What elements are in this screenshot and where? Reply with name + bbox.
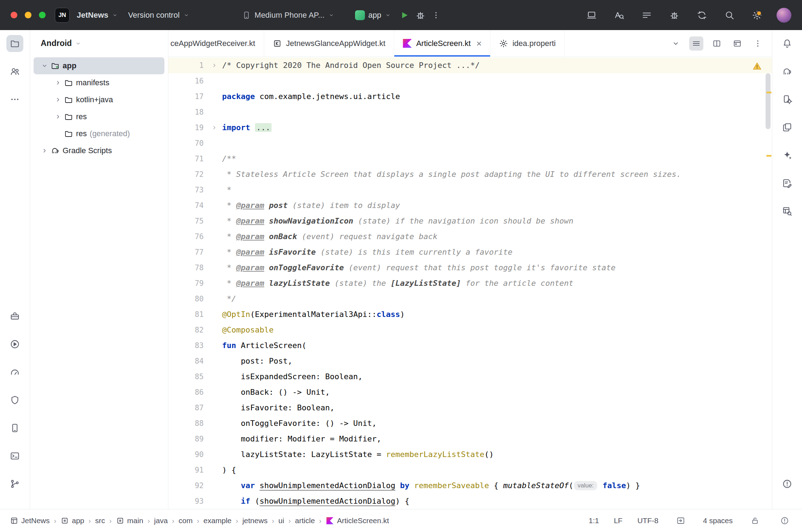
unlock-button[interactable] [748,513,762,528]
layout-inspector-toolwindow-button[interactable] [779,203,796,220]
code-line-85[interactable]: 85 isExpandedScreen: Boolean, [168,369,772,384]
code-line-70[interactable]: 70 [168,135,772,151]
close-tab-icon[interactable]: × [476,39,482,48]
chevron-down-icon[interactable] [39,62,51,70]
inspections-button[interactable] [777,513,792,528]
search-everywhere-button[interactable] [721,7,738,23]
version-control-toolwindow-button[interactable] [6,475,23,492]
tree-item-app[interactable]: app [34,57,164,74]
tree-item-manifests[interactable]: manifests [34,74,164,91]
run-config-selector[interactable]: app [350,7,396,24]
code-line-72[interactable]: 72 * Stateless Article Screen that displ… [168,167,772,182]
code-line-16[interactable]: 16 [168,73,772,89]
code-line-75[interactable]: 75 * @param showNavigationIcon (state) i… [168,213,772,229]
bug-report-button[interactable] [666,7,682,23]
chevron-right-icon[interactable] [52,79,64,87]
running-devices-toolwindow-button[interactable] [779,175,796,192]
code-line-79[interactable]: 79 * @param lazyListState (state) the [L… [168,276,772,291]
gemini-toolwindow-button[interactable] [779,147,796,164]
vcs-menu[interactable]: Version control [123,7,194,23]
minimize-button[interactable] [25,12,31,18]
close-button[interactable] [11,12,17,18]
editor-scrollbar[interactable] [766,73,771,129]
problems-toolwindow-button[interactable] [779,475,796,492]
tree-item-kotlin-java[interactable]: kotlin+java [34,91,164,108]
more-tool-windows-toolwindow-button[interactable] [6,91,23,108]
code-line-81[interactable]: 81@OptIn(ExperimentalMaterial3Api::class… [168,307,772,322]
editor-options-button[interactable] [751,36,765,51]
profiler-toolwindow-button[interactable] [6,364,23,381]
tree-item-res[interactable]: res [34,108,164,125]
breadcrumb-app[interactable]: app [60,516,84,525]
avatar[interactable] [777,8,791,23]
build-toolwindow-button[interactable] [6,308,23,325]
code-line-1[interactable]: 1/* Copyright 2020 The Android Open Sour… [168,58,772,73]
breadcrumb-java[interactable]: java [154,516,168,525]
sync-project-button[interactable] [694,7,710,23]
breadcrumb-articlescreen-kt[interactable]: ArticleScreen.kt [326,516,389,525]
inspections-warning-icon[interactable] [752,61,762,71]
chevron-right-icon[interactable] [39,147,51,155]
device-manager-toolwindow-button[interactable] [779,91,796,108]
breadcrumb-src[interactable]: src [95,516,105,525]
breadcrumb-example[interactable]: example [203,516,231,525]
chevron-right-icon[interactable] [52,96,64,104]
editor-preview-button[interactable] [730,36,744,51]
tree-item-res[interactable]: res(generated) [34,125,164,142]
fold-chevron-icon[interactable] [207,58,222,73]
tab-list-button[interactable] [689,36,703,51]
code-line-19[interactable]: 19import ... [168,120,772,135]
settings-button[interactable] [749,7,765,23]
run-button[interactable] [396,7,412,23]
notifications-toolwindow-button[interactable] [779,35,796,52]
terminal-toolwindow-button[interactable] [6,447,23,464]
file-encoding[interactable]: UTF-8 [637,516,658,525]
device-explorer-toolwindow-button[interactable] [6,420,23,436]
code-line-17[interactable]: 17package com.example.jetnews.ui.article [168,89,772,104]
editor-tab-jetnewsglanceappwidget-kt[interactable]: JetnewsGlanceAppWidget.kt [264,30,394,57]
code-line-88[interactable]: 88 onToggleFavorite: () -> Unit, [168,416,772,431]
chevron-right-icon[interactable] [52,113,64,121]
code-line-93[interactable]: 93 if (showUnimplementedActionDialog) { [168,493,772,509]
breadcrumb-main[interactable]: main [116,516,144,525]
project-menu[interactable]: JetNews [72,7,123,23]
code-editor[interactable]: 1/* Copyright 2020 The Android Open Sour… [168,57,772,509]
task-list-button[interactable] [639,7,655,23]
code-line-78[interactable]: 78 * @param onToggleFavorite (event) req… [168,260,772,276]
device-mirroring-button[interactable] [583,7,600,23]
code-line-83[interactable]: 83fun ArticleScreen( [168,338,772,353]
indent-button[interactable] [673,513,688,528]
code-line-76[interactable]: 76 * @param onBack (event) request navig… [168,229,772,244]
zoom-button[interactable] [39,12,46,18]
run-more-button[interactable] [429,8,443,23]
hidden-tabs-button[interactable] [669,36,683,51]
code-line-90[interactable]: 90 lazyListState: LazyListState = rememb… [168,447,772,462]
project-view-toolwindow-button[interactable] [6,35,23,52]
run-tool-toolwindow-button[interactable] [6,336,23,353]
inspect-code-button[interactable] [611,7,627,23]
code-line-92[interactable]: 92 var showUnimplementedActionDialog by … [168,478,772,493]
collab-toolwindow-button[interactable] [6,63,23,80]
breadcrumb-ui[interactable]: ui [278,516,284,525]
build-variants-toolwindow-button[interactable] [779,119,796,136]
code-line-77[interactable]: 77 * @param isFavorite (state) is this i… [168,244,772,260]
editor-tab-articlescreen-kt[interactable]: ArticleScreen.kt× [394,30,490,57]
breadcrumb-com[interactable]: com [179,516,193,525]
code-line-89[interactable]: 89 modifier: Modifier = Modifier, [168,431,772,447]
code-line-18[interactable]: 18 [168,104,772,120]
project-view-selector[interactable]: Android [30,30,168,57]
device-selector[interactable]: Medium Phone AP... [237,7,339,23]
split-editor-button[interactable] [710,36,724,51]
gradle-toolwindow-button[interactable] [779,63,796,80]
code-line-84[interactable]: 84 post: Post, [168,353,772,369]
code-line-86[interactable]: 86 onBack: () -> Unit, [168,384,772,400]
code-line-71[interactable]: 71/** [168,151,772,167]
code-line-87[interactable]: 87 isFavorite: Boolean, [168,400,772,416]
breadcrumb-jetnews[interactable]: jetnews [242,516,267,525]
fold-chevron-icon[interactable] [207,120,222,135]
code-line-74[interactable]: 74 * @param post (state) item to display [168,198,772,213]
breadcrumb-jetnews[interactable]: JetNews [10,516,50,525]
line-separator[interactable]: LF [614,516,623,525]
editor-tab-idea-properti[interactable]: idea.properti [490,30,564,57]
breadcrumb-article[interactable]: article [295,516,315,525]
